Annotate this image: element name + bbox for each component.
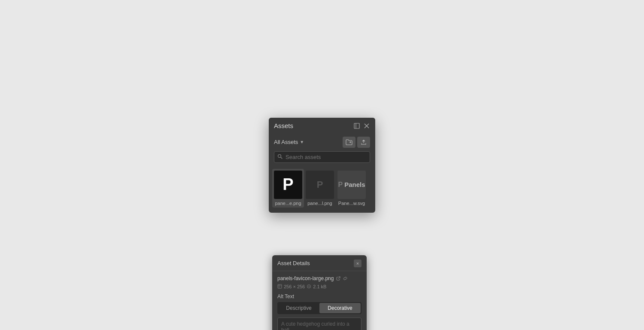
close-panel-button[interactable] bbox=[363, 122, 370, 129]
tab-decorative[interactable]: Decorative bbox=[319, 303, 361, 313]
close-icon bbox=[364, 123, 369, 128]
asset-thumbnail: P Panels bbox=[337, 171, 366, 199]
panel-title: Assets bbox=[274, 122, 293, 129]
asset-preview: P bbox=[274, 171, 302, 199]
search-row bbox=[269, 151, 375, 167]
assets-panel: Assets All Assets bbox=[269, 118, 375, 213]
alt-text-tabs: Descriptive Decorative bbox=[277, 302, 361, 314]
external-link-button[interactable] bbox=[336, 276, 340, 281]
file-name-label: panels-favicon-large.png bbox=[277, 275, 334, 281]
list-item[interactable]: P Panels Pane...w.svg bbox=[336, 169, 368, 208]
alt-text-input[interactable] bbox=[277, 318, 361, 330]
link-icon bbox=[343, 276, 347, 281]
svg-rect-9 bbox=[278, 284, 282, 288]
dropdown-arrow-icon: ▼ bbox=[300, 140, 304, 144]
details-close-icon: × bbox=[356, 261, 359, 266]
add-folder-button[interactable] bbox=[343, 137, 355, 148]
details-header: Asset Details × bbox=[272, 255, 367, 271]
panels-svg-preview: P Panels bbox=[338, 181, 365, 189]
asset-filename-label: Pane...w.svg bbox=[337, 201, 366, 206]
all-assets-label: All Assets bbox=[274, 139, 298, 145]
asset-preview: P bbox=[306, 171, 334, 199]
asset-thumbnail: P bbox=[274, 171, 302, 199]
file-size-icon bbox=[307, 284, 311, 289]
toolbar-row: All Assets ▼ bbox=[269, 134, 375, 151]
search-wrapper bbox=[274, 151, 370, 163]
list-item[interactable]: P pane...e.png bbox=[272, 169, 304, 208]
asset-thumbnail: P bbox=[306, 171, 334, 199]
list-item[interactable]: P pane...l.png bbox=[304, 169, 336, 208]
svg-point-6 bbox=[278, 154, 281, 157]
copy-link-button[interactable] bbox=[343, 276, 347, 281]
external-link-icon bbox=[336, 276, 340, 281]
search-icon bbox=[277, 154, 283, 160]
panel-header-icons bbox=[353, 122, 370, 130]
asset-filename-label: pane...e.png bbox=[274, 201, 302, 206]
details-close-button[interactable]: × bbox=[354, 260, 361, 267]
p-icon: P bbox=[317, 179, 323, 190]
all-assets-dropdown[interactable]: All Assets ▼ bbox=[274, 139, 304, 145]
file-meta: 256 × 256 2.1 kB bbox=[277, 284, 361, 289]
svg-rect-0 bbox=[354, 123, 359, 128]
svg-point-12 bbox=[307, 285, 311, 288]
asset-preview: P Panels bbox=[337, 171, 366, 199]
tab-descriptive[interactable]: Descriptive bbox=[278, 303, 319, 313]
file-size-label: 2.1 kB bbox=[313, 284, 326, 289]
svg-line-7 bbox=[281, 157, 282, 159]
p-icon: P bbox=[283, 175, 293, 194]
search-input[interactable] bbox=[274, 151, 370, 163]
asset-filename-label: pane...l.png bbox=[306, 201, 334, 206]
add-folder-icon bbox=[346, 139, 352, 145]
expand-panel-button[interactable] bbox=[353, 122, 361, 130]
file-name-row: panels-favicon-large.png bbox=[277, 275, 361, 281]
svg-line-8 bbox=[338, 277, 340, 279]
alt-text-label: Alt Text bbox=[277, 293, 361, 299]
dimensions-label: 256 × 256 bbox=[284, 284, 305, 289]
asset-grid: P pane...e.png P pane...l.png bbox=[269, 167, 375, 213]
upload-button[interactable] bbox=[357, 137, 370, 148]
expand-icon bbox=[354, 123, 360, 129]
asset-details-panel: Asset Details × panels-favicon-large.png bbox=[272, 255, 367, 330]
panel-header: Assets bbox=[269, 118, 375, 134]
upload-icon bbox=[361, 139, 367, 145]
details-title: Asset Details bbox=[277, 260, 310, 266]
toolbar-actions bbox=[343, 137, 370, 148]
dimensions-icon bbox=[277, 284, 282, 289]
details-body: panels-favicon-large.png bbox=[272, 271, 367, 330]
